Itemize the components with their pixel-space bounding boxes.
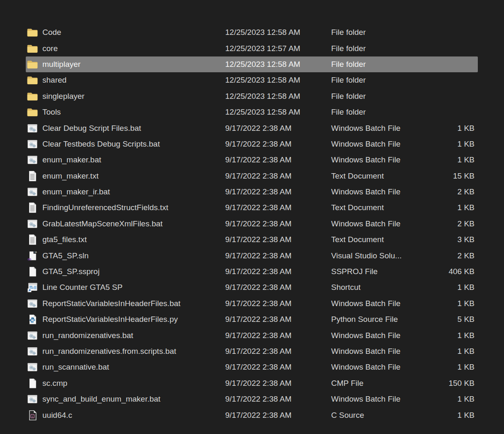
file-type: Python Source File bbox=[331, 315, 431, 324]
file-row[interactable]: enum_maker_ir.bat9/17/2022 2:38 AMWindow… bbox=[26, 184, 478, 200]
file-row[interactable]: GrabLatestMapSceneXmlFiles.bat9/17/2022 … bbox=[26, 216, 478, 232]
file-name: sc.cmp bbox=[42, 379, 225, 388]
file-name: Tools bbox=[42, 108, 225, 117]
file-name: multiplayer bbox=[42, 60, 225, 69]
file-name: enum_maker_ir.bat bbox=[42, 187, 225, 196]
file-name: Clear Debug Script Files.bat bbox=[42, 124, 225, 133]
file-row[interactable]: core12/25/2023 12:57 AMFile folder bbox=[26, 40, 478, 56]
file-size: 1 KB bbox=[431, 411, 479, 420]
date-modified: 9/17/2022 2:38 AM bbox=[225, 411, 331, 420]
generic-file-icon bbox=[26, 378, 42, 389]
file-size: 2 KB bbox=[431, 187, 479, 196]
date-modified: 9/17/2022 2:38 AM bbox=[225, 395, 331, 404]
file-row[interactable]: singleplayer12/25/2023 12:58 AMFile fold… bbox=[26, 88, 478, 104]
date-modified: 9/17/2022 2:38 AM bbox=[225, 379, 331, 388]
file-type: C Source bbox=[331, 411, 431, 420]
file-row[interactable]: ReportStaticVariablesInHeaderFiles.bat9/… bbox=[26, 296, 478, 311]
file-name: GTA5_SP.ssproj bbox=[42, 267, 225, 276]
file-row[interactable]: GTA5_SP.ssproj9/17/2022 2:38 AMSSPROJ Fi… bbox=[26, 264, 478, 280]
file-type: Text Document bbox=[331, 235, 431, 244]
python-icon bbox=[26, 314, 42, 325]
file-type: Windows Batch File bbox=[331, 140, 431, 149]
file-size: 1 KB bbox=[431, 299, 479, 308]
file-type: Text Document bbox=[331, 172, 431, 181]
batch-file-icon bbox=[26, 393, 42, 405]
date-modified: 9/17/2022 2:38 AM bbox=[225, 283, 331, 292]
date-modified: 9/17/2022 2:38 AM bbox=[225, 235, 331, 244]
file-name: GTA5_SP.sln bbox=[42, 251, 225, 260]
file-size: 5 KB bbox=[431, 315, 479, 324]
file-row[interactable]: FindingUnreferencedStructFields.txt9/17/… bbox=[26, 200, 478, 216]
file-type: SSPROJ File bbox=[331, 267, 431, 276]
date-modified: 12/25/2023 12:58 AM bbox=[225, 76, 331, 85]
date-modified: 9/17/2022 2:38 AM bbox=[225, 331, 331, 340]
file-type: Visual Studio Solu... bbox=[331, 251, 431, 260]
date-modified: 9/17/2022 2:38 AM bbox=[225, 155, 331, 164]
file-size: 1 KB bbox=[431, 155, 479, 164]
file-row[interactable]: enum_maker.bat9/17/2022 2:38 AMWindows B… bbox=[26, 152, 478, 168]
svg-text:c: c bbox=[32, 414, 33, 418]
text-document-icon bbox=[26, 234, 42, 245]
batch-file-icon bbox=[26, 123, 42, 134]
date-modified: 12/25/2023 12:57 AM bbox=[225, 44, 331, 53]
file-list: Code12/25/2023 12:58 AMFile foldercore12… bbox=[26, 25, 478, 423]
file-name: run_randomizenatives.from.scripts.bat bbox=[42, 347, 225, 356]
file-row[interactable]: gta5_files.txt9/17/2022 2:38 AMText Docu… bbox=[26, 232, 478, 248]
file-row[interactable]: sc.cmp9/17/2022 2:38 AMCMP File150 KB bbox=[26, 375, 478, 391]
file-type: Windows Batch File bbox=[331, 331, 431, 340]
file-row[interactable]: shared12/25/2023 12:58 AMFile folder bbox=[26, 72, 478, 88]
file-type: Windows Batch File bbox=[331, 124, 431, 133]
file-name: GrabLatestMapSceneXmlFiles.bat bbox=[42, 219, 225, 228]
file-type: File folder bbox=[331, 108, 431, 117]
file-type: Windows Batch File bbox=[331, 187, 431, 196]
file-row[interactable]: run_scannative.bat9/17/2022 2:38 AMWindo… bbox=[26, 359, 478, 375]
file-type: Windows Batch File bbox=[331, 299, 431, 308]
file-size: 1 KB bbox=[431, 347, 479, 356]
batch-file-icon bbox=[26, 154, 42, 166]
file-row[interactable]: Line Counter GTA5 SP9/17/2022 2:38 AMSho… bbox=[26, 280, 478, 295]
date-modified: 12/25/2023 12:58 AM bbox=[225, 60, 331, 69]
file-type: Windows Batch File bbox=[331, 155, 431, 164]
file-name: Line Counter GTA5 SP bbox=[42, 283, 225, 292]
batch-file-icon bbox=[26, 346, 42, 357]
file-row[interactable]: Tools12/25/2023 12:58 AMFile folder bbox=[26, 104, 478, 120]
file-row[interactable]: run_randomizenatives.bat9/17/2022 2:38 A… bbox=[26, 327, 478, 343]
file-row[interactable]: cuuid64.c9/17/2022 2:38 AMC Source1 KB bbox=[26, 407, 478, 423]
folder-icon bbox=[26, 91, 42, 102]
file-row[interactable]: Code12/25/2023 12:58 AMFile folder bbox=[26, 25, 478, 40]
date-modified: 9/17/2022 2:38 AM bbox=[225, 219, 331, 228]
file-size: 2 KB bbox=[431, 251, 479, 260]
batch-file-icon bbox=[26, 361, 42, 373]
date-modified: 9/17/2022 2:38 AM bbox=[225, 203, 331, 212]
file-name: gta5_files.txt bbox=[42, 235, 225, 244]
file-row[interactable]: enum_maker.txt9/17/2022 2:38 AMText Docu… bbox=[26, 168, 478, 184]
file-row[interactable]: ReportStaticVariablesInHeaderFiles.py9/1… bbox=[26, 311, 478, 327]
file-row[interactable]: Clear Testbeds Debug Scripts.bat9/17/202… bbox=[26, 136, 478, 152]
file-row[interactable]: run_randomizenatives.from.scripts.bat9/1… bbox=[26, 343, 478, 359]
file-type: CMP File bbox=[331, 379, 431, 388]
date-modified: 12/25/2023 12:58 AM bbox=[225, 92, 331, 101]
file-size: 2 KB bbox=[431, 219, 479, 228]
file-name: singleplayer bbox=[42, 92, 225, 101]
date-modified: 12/25/2023 12:58 AM bbox=[225, 28, 331, 37]
file-name: ReportStaticVariablesInHeaderFiles.py bbox=[42, 315, 225, 324]
file-size: 150 KB bbox=[431, 379, 479, 388]
file-row[interactable]: 11∞GTA5_SP.sln9/17/2022 2:38 AMVisual St… bbox=[26, 248, 478, 263]
date-modified: 12/25/2023 12:58 AM bbox=[225, 108, 331, 117]
file-row-selected[interactable]: multiplayer12/25/2023 12:58 AMFile folde… bbox=[26, 56, 478, 72]
file-row[interactable]: sync_and_build_enum_maker.bat9/17/2022 2… bbox=[26, 391, 478, 407]
text-document-icon bbox=[26, 170, 42, 182]
file-size: 1 KB bbox=[431, 331, 479, 340]
file-size: 1 KB bbox=[431, 363, 479, 372]
file-row[interactable]: Clear Debug Script Files.bat9/17/2022 2:… bbox=[26, 120, 478, 136]
file-size: 3 KB bbox=[431, 235, 479, 244]
file-type: File folder bbox=[331, 60, 431, 69]
svg-text:∞: ∞ bbox=[28, 256, 32, 262]
date-modified: 9/17/2022 2:38 AM bbox=[225, 363, 331, 372]
visual-studio-solution-icon: 11∞ bbox=[26, 250, 42, 262]
file-type: Windows Batch File bbox=[331, 363, 431, 372]
date-modified: 9/17/2022 2:38 AM bbox=[225, 187, 331, 196]
file-type: Text Document bbox=[331, 203, 431, 212]
file-name: Code bbox=[42, 28, 225, 37]
date-modified: 9/17/2022 2:38 AM bbox=[225, 124, 331, 133]
